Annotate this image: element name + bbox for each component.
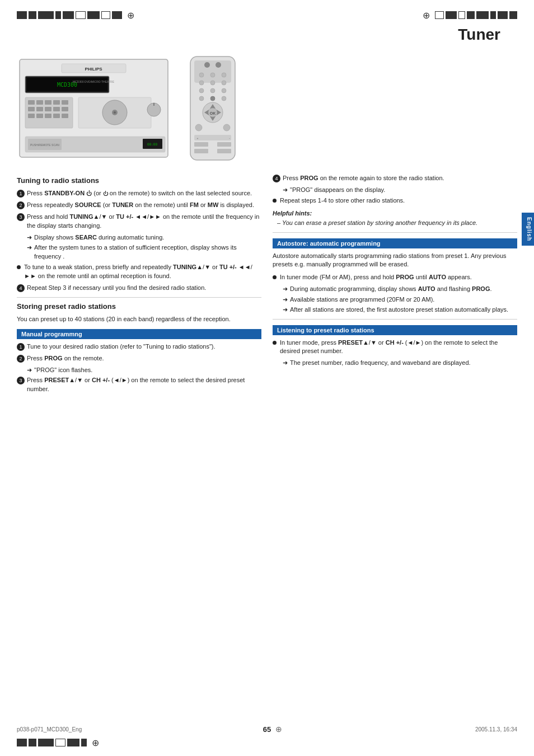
autostore-step-1-text: In tuner mode (FM or AM), press and hold… <box>280 273 517 282</box>
bar-block <box>38 11 54 19</box>
bullet-dot <box>273 341 277 345</box>
bar-block <box>498 11 508 19</box>
arrow-icon: ➜ <box>27 233 32 242</box>
svg-point-37 <box>204 62 210 68</box>
svg-text:PHILIPS: PHILIPS <box>85 67 102 72</box>
tuning-arrow-2: ➜ After the system tunes to a station of… <box>27 243 261 261</box>
bar-block <box>17 739 27 746</box>
svg-rect-12 <box>62 100 68 105</box>
step-num-3: 3 <box>17 213 25 221</box>
tuning-section: Tuning to radio stations 1 Press STANDBY… <box>17 176 261 293</box>
top-bar-right-pattern: ⊕ <box>423 10 517 21</box>
bar-block <box>467 11 475 19</box>
listening-step-1: In tuner mode, press PRESET▲/▼ or CH +/-… <box>273 339 517 356</box>
tuning-step-3-text: Press and hold TUNING▲/▼ or TU +/- ◄◄/►►… <box>27 213 261 231</box>
bar-block <box>67 739 79 746</box>
manual-step-num-3: 3 <box>17 377 25 384</box>
svg-rect-8 <box>28 100 35 105</box>
manual-step-2-text: Press PROG on the remote. <box>27 354 261 363</box>
page-number: 65 <box>263 725 271 734</box>
bar-block-outline <box>458 11 465 19</box>
tuning-arrow-1: ➜ Display shows SEARC during automatic t… <box>27 233 261 242</box>
tuning-step-2-text: Press repeatedly SOURCE (or TUNER on the… <box>27 201 261 210</box>
footer-crosshair-icon: ⊕ <box>275 725 282 734</box>
svg-text:PUSH/REMOTE SCAN: PUSH/REMOTE SCAN <box>30 143 59 147</box>
crosshair-icon: ⊕ <box>127 10 134 21</box>
bar-block <box>490 11 496 19</box>
arrow-icon: ➜ <box>283 306 288 314</box>
listening-arrow-1-text: The preset number, radio frequency, and … <box>290 359 471 367</box>
divider-1 <box>17 297 261 298</box>
svg-point-45 <box>199 88 204 93</box>
left-column: Tuning to radio stations 1 Press STANDBY… <box>17 174 261 397</box>
svg-point-44 <box>222 81 226 85</box>
manual-step-1-text: Tune to your desired radio station (refe… <box>27 342 261 351</box>
autostore-arrow-3-text: After all stations are stored, the first… <box>290 306 508 314</box>
arrow-icon: ➜ <box>283 295 288 304</box>
footer-right: 2005.11.3, 16:34 <box>475 726 517 732</box>
autostore-arrow-1: ➜ During automatic programming, display … <box>283 285 517 293</box>
svg-text:OK: OK <box>210 111 216 115</box>
right-column: 4 Press PROG on the remote again to stor… <box>273 174 517 397</box>
step-num-1: 1 <box>17 190 25 198</box>
bullet-dot <box>17 265 21 269</box>
svg-rect-17 <box>62 107 68 111</box>
tuning-bullet-1: To tune to a weak station, press briefly… <box>17 263 261 281</box>
manual-step-num-1: 1 <box>17 343 25 351</box>
bar-block <box>446 11 457 19</box>
tuning-arrow-1-text: Display shows SEARC during automatic tun… <box>34 233 164 242</box>
bar-block <box>29 11 36 19</box>
tuning-step-2: 2 Press repeatedly SOURCE (or TUNER on t… <box>17 201 261 210</box>
autostore-section: Autostore: automatic programming Autosto… <box>273 238 517 314</box>
bar-block <box>29 739 36 746</box>
autostore-step-1: In tuner mode (FM or AM), press and hold… <box>273 273 517 282</box>
bar-block <box>112 11 122 19</box>
manual-step-num-2: 2 <box>17 355 25 363</box>
footer-center: ⊕ <box>82 725 475 734</box>
svg-rect-19 <box>36 114 43 118</box>
listening-arrow-1: ➜ The preset number, radio frequency, an… <box>283 359 517 367</box>
svg-rect-63 <box>194 149 208 153</box>
bar-block-outline <box>435 11 444 19</box>
arrow-icon: ➜ <box>283 359 288 367</box>
step-num-2: 2 <box>17 201 25 209</box>
divider-3 <box>273 319 517 320</box>
manual-step-3-text: Press PRESET▲/▼ or CH +/- (◄/►) on the r… <box>27 376 261 394</box>
hints-title: Helpful hints: <box>273 210 517 217</box>
svg-rect-64 <box>217 149 231 153</box>
tuning-bullet-1-text: To tune to a weak station, press briefly… <box>24 263 261 281</box>
hint-1-text: You can erase a preset station by storin… <box>282 219 477 226</box>
bullet-dot <box>273 199 277 203</box>
crosshair-icon-right: ⊕ <box>423 10 430 21</box>
tuning-step-1: 1 Press STANDBY-ON ⏻ (or ⏻ on the remote… <box>17 189 261 198</box>
svg-point-43 <box>210 81 215 85</box>
storing-bullet-repeat: Repeat steps 1-4 to store other radio st… <box>273 196 517 205</box>
crosshair-icon-bottom: ⊕ <box>92 738 99 748</box>
bar-block <box>509 11 517 19</box>
top-bar-left-pattern: ⊕ <box>17 10 134 21</box>
hint-1: – You can erase a preset station by stor… <box>277 219 517 227</box>
footer-left: p038-p071_MCD300_Eng <box>17 726 82 732</box>
page-title-area: Tuner <box>0 26 534 44</box>
bar-block <box>63 11 74 19</box>
svg-rect-20 <box>45 114 51 118</box>
tuning-title: Tuning to radio stations <box>17 176 261 185</box>
manual-arrow-prog: ➜ "PROG" icon flashes. <box>27 366 261 374</box>
storing-bullet-repeat-text: Repeat steps 1-4 to store other radio st… <box>280 196 517 205</box>
arrow-icon: ➜ <box>283 186 288 194</box>
autostore-intro: Autostore automatically starts programmi… <box>273 252 517 269</box>
autostore-arrow-2: ➜ Available stations are programmed (20F… <box>283 295 517 304</box>
page-number-container: 65 <box>263 725 271 734</box>
bar-block-outline <box>76 11 86 19</box>
autostore-bar: Autostore: automatic programming <box>273 238 517 248</box>
svg-rect-14 <box>36 107 43 111</box>
svg-point-47 <box>222 88 226 93</box>
storing-section: Storing preset radio stations You can pr… <box>17 302 261 395</box>
arrow-icon: ➜ <box>27 366 32 374</box>
images-row: PHILIPS MCD300 MCD300 DVD/MICRO THEATRE <box>0 54 534 163</box>
arrow-icon: ➜ <box>27 243 32 252</box>
svg-text:MCD300 DVD/MICRO THEATRE: MCD300 DVD/MICRO THEATRE <box>73 80 115 83</box>
remote-illustration: OK + - <box>182 54 243 163</box>
svg-point-58 <box>195 124 202 131</box>
manual-step-1: 1 Tune to your desired radio station (re… <box>17 342 261 351</box>
